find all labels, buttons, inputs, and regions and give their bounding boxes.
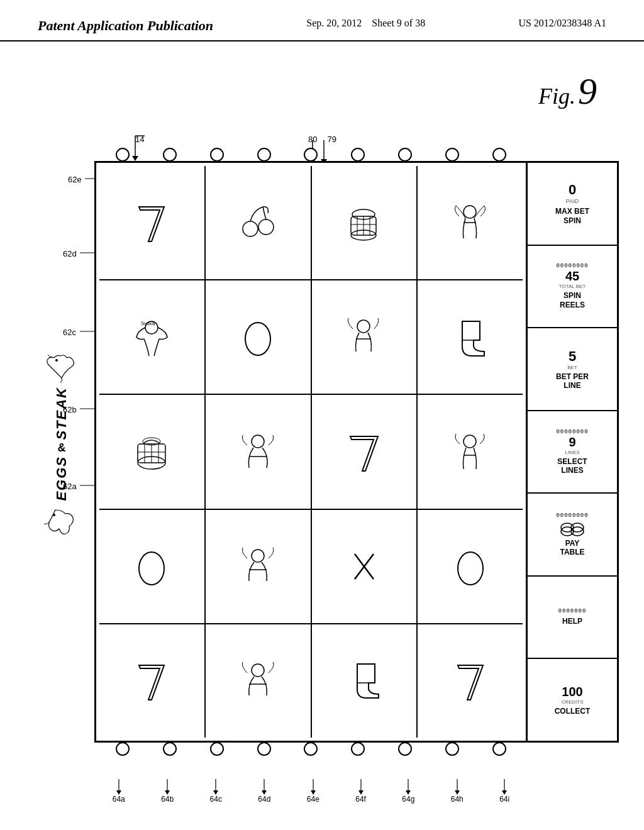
credits-label: CREDITS: [561, 699, 583, 705]
top-circle: [351, 148, 365, 162]
bird-decoration-bottom: [43, 504, 80, 541]
svg-marker-59: [213, 790, 218, 795]
paid-label: PAID: [566, 198, 579, 204]
reel-rows-container: Steak&: [99, 166, 523, 738]
top-circle: [210, 148, 224, 162]
bottom-circles-row: [96, 742, 526, 756]
svg-point-53: [571, 523, 584, 532]
svg-point-44: [252, 550, 264, 562]
col-ref-64i: 64i: [499, 779, 509, 804]
lines-label: LINES: [565, 450, 579, 455]
top-circle: [304, 148, 318, 162]
svg-marker-57: [165, 790, 170, 795]
slot-machine-frame: Steak&: [94, 161, 619, 743]
col-ref-64d: 64d: [258, 779, 270, 804]
reel-cell: [418, 510, 523, 623]
svg-point-31: [245, 323, 270, 355]
reel-row-62e: [99, 166, 523, 280]
reel-cell: [99, 624, 206, 738]
col-ref-64b: 64b: [161, 779, 174, 804]
page-header: Patent Application Publication Sep. 20, …: [0, 0, 644, 42]
reel-cell: [99, 395, 206, 508]
reel-row-62c: [99, 395, 523, 509]
figure-label: Fig. 9: [538, 70, 597, 113]
reel-cell: Steak&: [99, 280, 206, 394]
svg-text:Steak&: Steak&: [141, 321, 156, 326]
bottom-circle: [351, 742, 365, 756]
svg-point-50: [561, 527, 574, 536]
svg-point-43: [139, 552, 164, 585]
bottom-circle: [304, 742, 318, 756]
svg-point-41: [252, 435, 264, 448]
reel-cell: [206, 510, 312, 623]
paid-value: 0: [569, 182, 576, 198]
pay-table-button[interactable]: 00000000 PAYTABLE: [528, 494, 617, 577]
svg-marker-61: [262, 790, 267, 795]
reel-display-area: Steak&: [96, 163, 526, 741]
spin-reels-label: SPINREELS: [560, 291, 585, 309]
reel-row-62a: [99, 624, 523, 738]
bet-label: BET: [567, 365, 577, 370]
col-ref-64e: 64e: [307, 779, 319, 804]
reel-cell: [206, 624, 312, 738]
col-ref-64c: 64c: [210, 779, 222, 804]
reel-cell: [418, 624, 523, 738]
top-circles-row: [96, 148, 526, 162]
reel-cell: [206, 280, 312, 394]
bet-per-line-button[interactable]: 5 BET BET PERLINE: [528, 328, 617, 411]
publication-number: US 2012/0238348 A1: [518, 18, 606, 29]
reel-cell: [99, 166, 206, 279]
svg-marker-67: [406, 790, 411, 795]
svg-point-32: [357, 320, 370, 333]
select-lines-button[interactable]: 00000000 9 LINES SELECTLINES: [528, 411, 617, 494]
svg-marker-65: [358, 790, 364, 795]
svg-point-47: [458, 552, 483, 585]
reel-row-62b: [99, 510, 523, 624]
total-bet-label: TOTAL BET: [559, 284, 586, 289]
credits-value: 100: [562, 685, 582, 699]
svg-point-42: [464, 435, 476, 448]
top-circle: [116, 148, 130, 162]
svg-marker-69: [455, 790, 460, 795]
help-label: HELP: [562, 617, 582, 626]
reel-row-62d: Steak&: [99, 280, 523, 395]
collect-label: COLLECT: [555, 707, 591, 716]
publication-type: Patent Application Publication: [38, 18, 213, 34]
svg-point-7: [55, 359, 58, 362]
svg-point-8: [53, 514, 55, 516]
column-labels-row: 64a 64b 64c 64d 64e 64f 64g 64h: [94, 779, 528, 804]
pay-table-icon: [560, 520, 585, 538]
svg-point-48: [252, 664, 264, 677]
max-bet-spin-button[interactable]: 0 PAID MAX BETSPIN: [528, 163, 617, 246]
help-lcd: 0000000: [558, 608, 587, 614]
col-ref-64g: 64g: [402, 779, 414, 804]
collect-button[interactable]: 100 CREDITS COLLECT: [528, 659, 617, 741]
reel-cell: [312, 166, 418, 279]
lines-value: 9: [569, 435, 575, 450]
svg-point-51: [561, 523, 574, 532]
pay-table-lcd: 00000000: [556, 512, 588, 519]
help-button[interactable]: 0000000 HELP: [528, 577, 617, 660]
pay-table-label: PAYTABLE: [560, 539, 584, 557]
bottom-circle: [398, 742, 412, 756]
reel-cell: [312, 395, 418, 508]
bet-value: 5: [569, 348, 576, 365]
spin-reels-button[interactable]: 00000000 45 TOTAL BET SPINREELS: [528, 246, 617, 329]
svg-marker-55: [116, 790, 121, 795]
top-circle: [257, 148, 271, 162]
col-ref-64a: 64a: [113, 779, 125, 804]
svg-point-20: [258, 219, 274, 235]
reel-cell: [206, 395, 312, 508]
reel-cell: [418, 280, 523, 394]
bottom-circle: [210, 742, 224, 756]
bottom-circle: [116, 742, 130, 756]
game-subtitle: EGGS: [55, 456, 69, 501]
reel-cell: [312, 280, 418, 394]
spin-lcd: 00000000: [556, 263, 588, 269]
max-bet-spin-label: MAX BETSPIN: [555, 207, 589, 225]
top-circle: [398, 148, 412, 162]
main-content: Fig. 9 14 80 79 STEAK: [0, 42, 644, 815]
bottom-circle: [492, 742, 506, 756]
total-bet-value: 45: [565, 269, 579, 284]
bet-per-line-label: BET PERLINE: [556, 372, 589, 390]
